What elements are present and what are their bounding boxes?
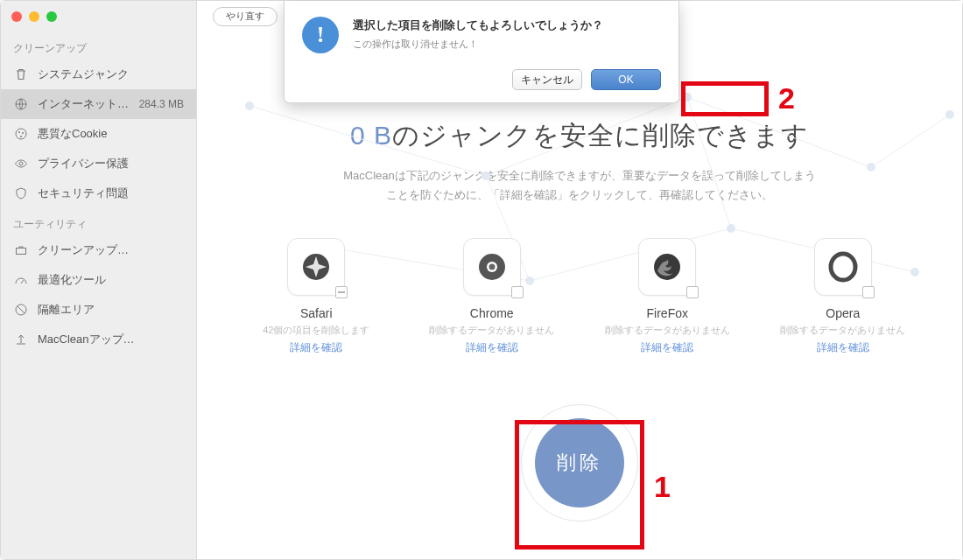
safari-icon [300,251,332,283]
sidebar-item-label: 最適化ツール [38,272,184,288]
svg-point-5 [19,162,23,165]
sidebar-item-security[interactable]: セキュリティ問題 [1,178,196,208]
gauge-icon [13,272,29,288]
eye-icon [13,156,29,172]
maximize-window-button[interactable] [46,11,57,22]
browser-details-link[interactable]: 詳細を確認 [817,340,869,355]
svg-point-21 [654,254,680,280]
headline-text: のジャンクを安全に削除できます [392,121,809,150]
sidebar-item-quarantine[interactable]: 隔離エリア [1,295,196,325]
sidebar-item-label: MacCleanアップ… [38,332,184,347]
svg-rect-6 [17,248,26,255]
svg-point-4 [20,136,22,137]
svg-point-10 [683,93,692,102]
browser-tile-firefox[interactable] [638,238,696,296]
sidebar-item-internet-junk[interactable]: インターネット… 284.3 MB [1,89,196,119]
sidebar: クリーンアップ システムジャンク インターネット… 284.3 MB 悪質なCo… [1,1,197,559]
dialog-cancel-button[interactable]: キャンセル [512,69,582,90]
browser-card-firefox: FireFox 削除するデータがありません 詳細を確認 [588,238,746,355]
sidebar-item-optimize[interactable]: 最適化ツール [1,265,196,295]
svg-point-3 [22,132,24,134]
app-window: クリーンアップ システムジャンク インターネット… 284.3 MB 悪質なCo… [0,0,963,560]
upload-icon [13,332,29,347]
browser-tile-chrome[interactable] [463,238,521,296]
sidebar-item-privacy[interactable]: プライバシー保護 [1,149,196,178]
delete-area: 削除 [521,404,638,522]
shield-icon [13,186,29,201]
subheadline: MacCleanは下記のジャンクを安全に削除できますが、重要なデータを誤って削除… [343,166,816,205]
globe-icon [13,96,29,112]
delete-button-ring: 削除 [521,404,638,522]
browser-desc: 削除するデータがありません [780,324,905,337]
browser-details-link[interactable]: 詳細を確認 [466,340,518,355]
delete-button[interactable]: 削除 [535,418,624,508]
browser-list: Safari 42個の項目を削除します 詳細を確認 Chrome 削除するデータ… [197,238,962,355]
browser-card-chrome: Chrome 削除するデータがありません 詳細を確認 [413,238,571,355]
block-icon [13,302,29,318]
trash-icon [13,66,29,82]
chrome-icon [476,251,508,283]
browser-name: Chrome [470,306,514,320]
checkbox-empty[interactable] [511,286,524,298]
sidebar-item-label: プライバシー保護 [38,156,184,172]
close-window-button[interactable] [11,11,22,22]
sidebar-item-label: システムジャンク [38,66,184,82]
svg-point-11 [867,163,875,172]
svg-point-22 [831,254,855,280]
browser-desc: 削除するデータがありません [605,324,730,337]
browser-desc: 42個の項目を削除します [263,324,369,337]
minimize-window-button[interactable] [29,11,39,22]
svg-point-8 [245,102,254,110]
svg-point-14 [727,224,735,233]
checkbox-empty[interactable] [862,286,875,298]
sidebar-item-update[interactable]: MacCleanアップ… [1,325,196,354]
window-controls [1,1,196,32]
browser-name: Opera [826,306,860,320]
checkbox-indeterminate[interactable] [335,286,348,298]
sidebar-item-label: 悪質なCookie [38,126,184,142]
sidebar-item-malicious-cookie[interactable]: 悪質なCookie [1,119,196,149]
svg-point-20 [489,264,495,270]
browser-name: FireFox [647,306,688,320]
alert-icon: ! [302,17,339,53]
browser-tile-safari[interactable] [287,238,345,296]
svg-point-2 [18,131,20,133]
svg-point-1 [16,129,26,139]
sidebar-item-label: セキュリティ問題 [38,186,184,201]
briefcase-icon [13,242,29,258]
firefox-icon [651,251,683,283]
browser-details-link[interactable]: 詳細を確認 [290,340,342,355]
confirm-dialog: ! 選択した項目を削除してもよろしいでしょうか？ この操作は取り消せません！ キ… [284,1,679,103]
browser-tile-opera[interactable] [814,238,872,296]
browser-name: Safari [300,306,333,320]
checkbox-empty[interactable] [686,286,699,298]
sidebar-item-cleanup-tool[interactable]: クリーンアップ… [1,235,196,265]
browser-card-opera: Opera 削除するデータがありません 詳細を確認 [764,238,922,355]
sidebar-section-utility: ユーティリティ [1,208,196,235]
browser-card-safari: Safari 42個の項目を削除します 詳細を確認 [237,238,395,355]
headline-size: 0 B [350,121,392,150]
sidebar-item-system-junk[interactable]: システムジャンク [1,60,196,89]
dialog-subtitle: この操作は取り消せません！ [353,38,603,51]
headline: 0 Bのジャンクを安全に削除できます [350,118,809,154]
sidebar-item-label: インターネット… [38,96,130,112]
sidebar-section-cleanup: クリーンアップ [1,32,196,60]
cookie-icon [13,126,29,142]
browser-details-link[interactable]: 詳細を確認 [641,340,693,355]
redo-button[interactable]: やり直す [213,7,278,26]
opera-icon [827,251,859,283]
sidebar-item-meta: 284.3 MB [139,98,184,110]
browser-desc: 削除するデータがありません [429,324,554,337]
dialog-ok-button[interactable]: OK [591,69,661,90]
dialog-title: 選択した項目を削除してもよろしいでしょうか？ [353,17,603,34]
svg-point-16 [945,110,954,119]
sidebar-item-label: 隔離エリア [38,302,184,318]
sidebar-item-label: クリーンアップ… [38,242,184,258]
